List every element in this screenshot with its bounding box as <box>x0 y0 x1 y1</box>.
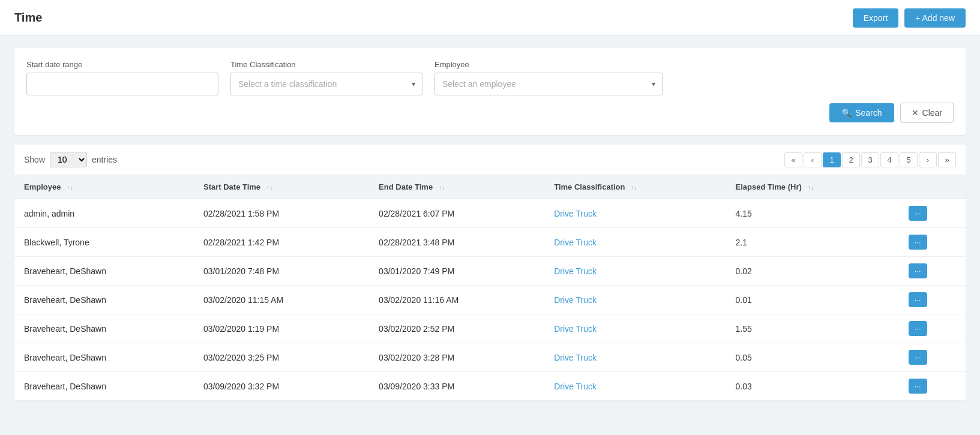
row-action-button[interactable]: ··· <box>909 379 927 394</box>
cell-action: ··· <box>899 314 966 343</box>
col-employee[interactable]: Employee ↑↓ <box>14 175 194 199</box>
clear-label: Clear <box>922 108 942 118</box>
row-action-button[interactable]: ··· <box>909 206 927 221</box>
table-controls: Show 10 25 50 100 entries « ‹ 1 2 3 4 5 … <box>14 145 966 175</box>
cell-employee: Braveheart, DeShawn <box>14 314 194 343</box>
pagination-page-2[interactable]: 2 <box>842 152 860 167</box>
page-title: Time <box>14 11 42 25</box>
cell-action: ··· <box>899 257 966 286</box>
main-content: Start date range Time Classification Sel… <box>0 36 980 413</box>
cell-end-date-time: 03/02/2020 3:28 PM <box>369 343 544 372</box>
table-section: Show 10 25 50 100 entries « ‹ 1 2 3 4 5 … <box>14 145 966 401</box>
search-button[interactable]: 🔍 Search <box>829 103 894 122</box>
table-row: Blackwell, Tyrone 02/28/2021 1:42 PM 02/… <box>14 228 966 257</box>
col-elapsed-time[interactable]: Elapsed Time (Hr) ↑↓ <box>726 175 899 199</box>
table-row: Braveheart, DeShawn 03/02/2020 3:25 PM 0… <box>14 343 966 372</box>
cell-employee: Braveheart, DeShawn <box>14 343 194 372</box>
sort-icon-start: ↑↓ <box>266 184 273 191</box>
pagination-page-1[interactable]: 1 <box>823 152 841 167</box>
pagination-first[interactable]: « <box>784 152 802 167</box>
cell-employee: Braveheart, DeShawn <box>14 372 194 401</box>
cell-start-date-time: 03/09/2020 3:32 PM <box>194 372 369 401</box>
pagination-prev[interactable]: ‹ <box>804 152 822 167</box>
cell-elapsed-time: 0.05 <box>726 343 899 372</box>
app-header: Time Export + Add new <box>0 0 980 36</box>
cell-elapsed-time: 1.55 <box>726 314 899 343</box>
row-action-button[interactable]: ··· <box>909 350 927 365</box>
cell-end-date-time: 02/28/2021 6:07 PM <box>369 199 544 228</box>
cell-employee: Braveheart, DeShawn <box>14 257 194 286</box>
cell-time-classification: Drive Truck <box>544 286 726 314</box>
date-range-input[interactable] <box>26 73 218 95</box>
col-end-date-time[interactable]: End Date Time ↑↓ <box>369 175 544 199</box>
table-header-row: Employee ↑↓ Start Date Time ↑↓ End Date … <box>14 175 966 199</box>
cell-time-classification: Drive Truck <box>544 257 726 286</box>
pagination-next[interactable]: › <box>919 152 937 167</box>
header-actions: Export + Add new <box>853 8 966 28</box>
entries-label: entries <box>92 155 117 164</box>
cell-elapsed-time: 0.03 <box>726 372 899 401</box>
row-action-button[interactable]: ··· <box>909 321 927 336</box>
cell-elapsed-time: 4.15 <box>726 199 899 228</box>
data-table: Employee ↑↓ Start Date Time ↑↓ End Date … <box>14 175 966 401</box>
cell-elapsed-time: 0.01 <box>726 286 899 314</box>
table-row: Braveheart, DeShawn 03/02/2020 11:15 AM … <box>14 286 966 314</box>
row-action-button[interactable]: ··· <box>909 263 927 278</box>
show-entries: Show 10 25 50 100 entries <box>24 152 117 167</box>
pagination-last[interactable]: » <box>938 152 956 167</box>
employee-group: Employee Select an employee <box>434 60 663 95</box>
show-label: Show <box>24 155 45 164</box>
row-action-button[interactable]: ··· <box>909 235 927 250</box>
employee-label: Employee <box>434 60 663 69</box>
search-label: Search <box>855 108 882 118</box>
pagination-page-5[interactable]: 5 <box>900 152 918 167</box>
pagination-page-3[interactable]: 3 <box>861 152 879 167</box>
cell-start-date-time: 03/02/2020 3:25 PM <box>194 343 369 372</box>
cell-action: ··· <box>899 372 966 401</box>
cell-end-date-time: 03/02/2020 2:52 PM <box>369 314 544 343</box>
date-range-label: Start date range <box>26 60 218 69</box>
cell-time-classification: Drive Truck <box>544 314 726 343</box>
sort-icon-end: ↑↓ <box>439 184 445 191</box>
cell-employee: Blackwell, Tyrone <box>14 228 194 257</box>
row-action-button[interactable]: ··· <box>909 292 927 307</box>
cell-end-date-time: 03/09/2020 3:33 PM <box>369 372 544 401</box>
cell-elapsed-time: 0.02 <box>726 257 899 286</box>
cell-elapsed-time: 2.1 <box>726 228 899 257</box>
cell-start-date-time: 02/28/2021 1:58 PM <box>194 199 369 228</box>
cell-end-date-time: 02/28/2021 3:48 PM <box>369 228 544 257</box>
cell-action: ··· <box>899 228 966 257</box>
employee-select[interactable]: Select an employee <box>434 73 663 95</box>
col-start-date-time[interactable]: Start Date Time ↑↓ <box>194 175 369 199</box>
sort-icon-employee: ↑↓ <box>67 184 73 191</box>
table-row: Braveheart, DeShawn 03/02/2020 1:19 PM 0… <box>14 314 966 343</box>
cell-time-classification: Drive Truck <box>544 228 726 257</box>
clear-button[interactable]: ✕ Clear <box>900 103 954 123</box>
add-new-button[interactable]: + Add new <box>904 8 966 28</box>
pagination-page-4[interactable]: 4 <box>880 152 898 167</box>
search-icon: 🔍 <box>841 108 852 118</box>
table-row: Braveheart, DeShawn 03/01/2020 7:48 PM 0… <box>14 257 966 286</box>
close-icon: ✕ <box>912 108 919 118</box>
time-classification-label: Time Classification <box>230 60 422 69</box>
cell-end-date-time: 03/01/2020 7:49 PM <box>369 257 544 286</box>
cell-start-date-time: 03/02/2020 1:19 PM <box>194 314 369 343</box>
cell-start-date-time: 02/28/2021 1:42 PM <box>194 228 369 257</box>
filter-row: Start date range Time Classification Sel… <box>26 60 954 95</box>
employee-select-wrapper: Select an employee <box>434 73 663 95</box>
table-header: Employee ↑↓ Start Date Time ↑↓ End Date … <box>14 175 966 199</box>
time-classification-select[interactable]: Select a time classification <box>230 73 422 95</box>
sort-icon-tc: ↑↓ <box>631 184 637 191</box>
cell-end-date-time: 03/02/2020 11:16 AM <box>369 286 544 314</box>
col-time-classification[interactable]: Time Classification ↑↓ <box>544 175 726 199</box>
table-row: admin, admin 02/28/2021 1:58 PM 02/28/20… <box>14 199 966 228</box>
export-button[interactable]: Export <box>853 8 898 28</box>
cell-start-date-time: 03/01/2020 7:48 PM <box>194 257 369 286</box>
col-actions <box>899 175 966 199</box>
entries-per-page-select[interactable]: 10 25 50 100 <box>50 152 87 167</box>
cell-action: ··· <box>899 199 966 228</box>
table-body: admin, admin 02/28/2021 1:58 PM 02/28/20… <box>14 199 966 401</box>
cell-action: ··· <box>899 343 966 372</box>
cell-employee: Braveheart, DeShawn <box>14 286 194 314</box>
cell-employee: admin, admin <box>14 199 194 228</box>
